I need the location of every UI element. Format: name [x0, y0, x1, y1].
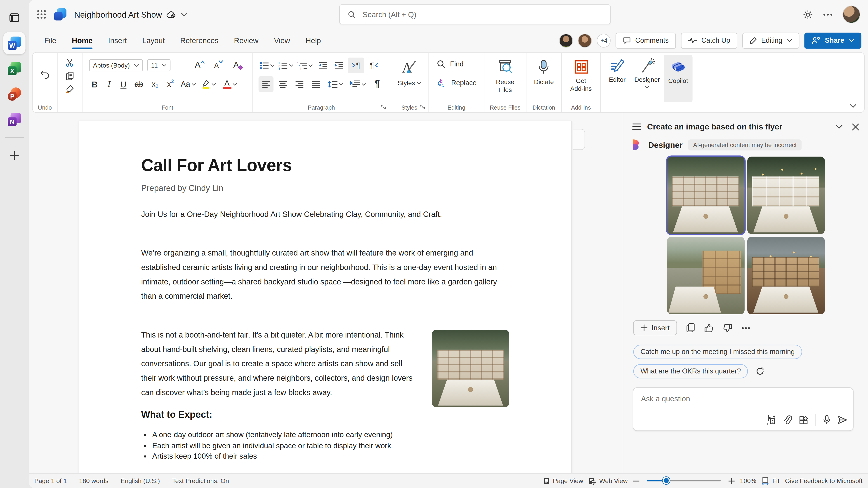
multilevel-list-button[interactable]: 1ai: [296, 58, 314, 72]
bullets-button[interactable]: [258, 58, 275, 72]
panel-menu-button[interactable]: [632, 123, 641, 130]
sidebar-item-onenote[interactable]: N: [3, 108, 26, 131]
align-left-button[interactable]: [258, 76, 274, 92]
prompt-suggestions-button[interactable]: [766, 414, 776, 425]
superscript-button[interactable]: x2: [163, 77, 178, 91]
page-view-button[interactable]: Page View: [544, 477, 583, 484]
tab-home[interactable]: Home: [65, 32, 99, 49]
undo-button[interactable]: [36, 65, 54, 83]
zoom-level-button[interactable]: 100%: [740, 477, 756, 484]
web-view-button[interactable]: Web View: [589, 477, 627, 484]
ask-question-input[interactable]: [640, 394, 784, 403]
insert-image-button[interactable]: Insert: [633, 320, 677, 335]
suggestion-chip-1[interactable]: Catch me up on the meeting I missed this…: [633, 345, 802, 359]
cut-button[interactable]: [63, 56, 77, 69]
collaborator-avatar-2[interactable]: [578, 33, 592, 47]
suggestion-chip-2[interactable]: What are the OKRs this quarter?: [633, 364, 748, 379]
catch-up-button[interactable]: Catch Up: [681, 32, 737, 48]
zoom-slider-thumb[interactable]: [662, 477, 670, 484]
tab-references[interactable]: References: [174, 32, 225, 49]
text-predictions-status[interactable]: Text Predictions: On: [172, 477, 229, 484]
get-addins-button[interactable]: GetAdd-ins: [567, 56, 595, 92]
subscript-button[interactable]: x2: [148, 77, 162, 91]
tab-review[interactable]: Review: [227, 32, 265, 49]
collaborator-overflow-badge[interactable]: +4: [597, 33, 611, 47]
document-page[interactable]: Call For Art Lovers Prepared by Cindy Li…: [79, 121, 572, 473]
replace-button[interactable]: bc Replace: [432, 75, 481, 91]
app-launcher-button[interactable]: [37, 9, 46, 20]
paragraph-dialog-launcher[interactable]: [381, 105, 386, 110]
document-canvas[interactable]: Call For Art Lovers Prepared by Cindy Li…: [29, 113, 623, 473]
grow-font-button[interactable]: A: [193, 58, 207, 72]
shrink-font-button[interactable]: A: [212, 58, 226, 72]
font-color-button[interactable]: A: [220, 77, 240, 91]
copilot-ask-box[interactable]: [633, 387, 854, 431]
align-right-button[interactable]: [292, 77, 307, 91]
right-to-left-button[interactable]: ¶: [366, 58, 382, 72]
generated-image-4[interactable]: [747, 237, 825, 314]
copy-image-button[interactable]: [686, 323, 694, 332]
highlight-color-button[interactable]: [199, 77, 219, 91]
show-formatting-button[interactable]: ¶: [370, 77, 384, 91]
apps-addin-button[interactable]: [799, 415, 808, 425]
zoom-slider[interactable]: [647, 477, 721, 485]
comments-button[interactable]: Comments: [616, 32, 676, 48]
refresh-suggestions-button[interactable]: [756, 367, 765, 376]
word-count-status[interactable]: 180 words: [79, 477, 108, 484]
font-name-select[interactable]: Aptos (Body): [89, 59, 143, 71]
collaborator-avatar-1[interactable]: [559, 33, 573, 47]
editing-mode-button[interactable]: Editing: [742, 32, 800, 48]
sidebar-item-excel[interactable]: X: [3, 58, 26, 80]
generated-image-1-selected[interactable]: [667, 157, 744, 234]
styles-dialog-launcher[interactable]: [420, 105, 426, 110]
generated-image-2[interactable]: [747, 157, 825, 234]
underline-button[interactable]: U: [117, 77, 130, 91]
sidebar-item-powerpoint[interactable]: P: [3, 83, 26, 105]
document-title-menu[interactable]: Neighborhood Art Show: [74, 10, 187, 19]
search-box[interactable]: [339, 4, 611, 24]
settings-button[interactable]: [803, 9, 813, 20]
paragraph-indent-button[interactable]: [347, 77, 369, 91]
send-button[interactable]: [837, 416, 847, 424]
italic-button[interactable]: I: [102, 77, 116, 91]
voice-input-button[interactable]: [823, 415, 831, 425]
doc-inline-image[interactable]: [432, 330, 509, 408]
sidebar-toggle-button[interactable]: [3, 6, 26, 29]
feedback-link[interactable]: Give Feedback to Microsoft: [785, 477, 863, 484]
align-center-button[interactable]: [275, 77, 290, 91]
format-painter-button[interactable]: [63, 83, 77, 96]
copilot-button[interactable]: Copilot: [664, 55, 692, 102]
panel-close-button[interactable]: [852, 123, 859, 130]
thumbs-down-button[interactable]: [723, 323, 732, 332]
language-status[interactable]: English (U.S.): [121, 477, 160, 484]
generated-image-3[interactable]: [667, 237, 744, 314]
fit-page-button[interactable]: Fit: [762, 477, 779, 485]
collapse-ribbon-button[interactable]: [850, 104, 856, 108]
zoom-out-button[interactable]: [633, 480, 639, 482]
more-options-button[interactable]: [823, 13, 833, 16]
strikethrough-button[interactable]: ab: [131, 77, 147, 91]
margin-comment-stub[interactable]: [573, 129, 585, 150]
add-app-button[interactable]: [3, 144, 26, 166]
decrease-indent-button[interactable]: [315, 58, 330, 72]
reuse-files-button[interactable]: ReuseFiles: [493, 56, 518, 94]
zoom-in-button[interactable]: [728, 478, 735, 484]
justify-button[interactable]: [309, 77, 323, 91]
clear-formatting-button[interactable]: A: [230, 58, 246, 72]
editor-button[interactable]: Editor: [604, 55, 631, 84]
search-input[interactable]: [362, 10, 602, 19]
share-button[interactable]: Share: [804, 32, 862, 48]
account-avatar[interactable]: [842, 5, 860, 23]
bold-button[interactable]: B: [88, 77, 101, 91]
sidebar-item-word[interactable]: W: [3, 32, 26, 54]
tab-insert[interactable]: Insert: [101, 32, 133, 49]
more-actions-button[interactable]: [741, 327, 750, 329]
attach-file-button[interactable]: [783, 415, 792, 425]
increase-indent-button[interactable]: [332, 58, 346, 72]
numbering-button[interactable]: 123: [277, 58, 294, 72]
find-button[interactable]: Find: [432, 56, 468, 72]
panel-collapse-button[interactable]: [836, 125, 842, 129]
tab-view[interactable]: View: [268, 32, 297, 49]
left-to-right-button[interactable]: ¶: [348, 58, 364, 73]
page-count-status[interactable]: Page 1 of 1: [34, 477, 67, 484]
